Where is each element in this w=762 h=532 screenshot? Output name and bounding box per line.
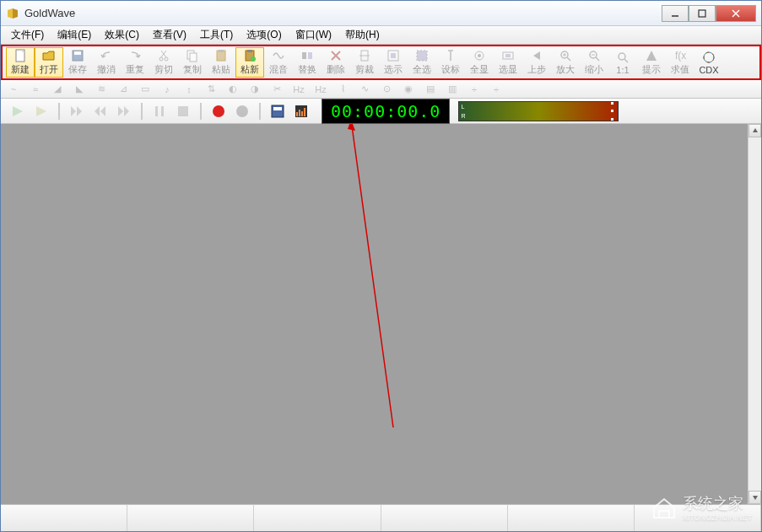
fx-icon: ⊙ [383,83,391,94]
fx-button-3[interactable]: ◣ [72,82,87,97]
svg-rect-62 [296,112,298,116]
fx-button-0[interactable]: ~ [6,82,21,97]
record2-button[interactable] [232,102,252,121]
close-button[interactable] [716,5,756,22]
svg-point-8 [165,57,168,61]
fx-icon: ⌇ [341,83,345,94]
fx-button-22[interactable]: ÷ [489,82,504,97]
fx-button-19[interactable]: ▤ [423,82,438,97]
vertical-scrollbar[interactable] [748,124,761,504]
rewind-button[interactable] [90,102,111,121]
open-button[interactable]: 打开 [35,47,63,78]
selview-button[interactable]: 选示 [379,47,408,78]
play-green-button[interactable] [8,102,28,121]
prev-button[interactable]: 上步 [522,47,551,78]
copy-button[interactable]: 复制 [178,47,207,78]
stop-button[interactable] [173,102,193,121]
replace-button[interactable]: 替换 [293,47,322,78]
menu-window[interactable]: 窗口(W) [289,26,338,44]
fx-icon: Hz [293,84,304,94]
zoom11-button[interactable]: 1:1 [608,47,637,78]
fx-button-10[interactable]: ◐ [225,82,240,97]
trim-button[interactable]: 剪裁 [350,47,379,78]
mix-button[interactable]: 混音 [264,47,293,78]
fx-button-18[interactable]: ◉ [401,82,416,97]
scroll-track[interactable] [748,137,761,491]
zoomin-button[interactable]: 放大 [551,47,580,78]
fast-forward-button[interactable] [67,102,87,121]
paste-button[interactable]: 粘贴 [207,47,235,78]
zoomout-button[interactable]: 缩小 [580,47,608,78]
selall-button[interactable]: 全选 [408,47,436,78]
undo-button[interactable]: 撤消 [92,47,121,78]
pastenew-icon [243,49,257,62]
fx-button-16[interactable]: ∿ [357,82,372,97]
fx-button-11[interactable]: ◑ [247,82,262,97]
eval-button[interactable]: f(x)求值 [666,47,694,78]
zoom11-icon [616,51,630,64]
annotation-arrow [1,124,761,504]
zoomin-icon [559,49,572,62]
pause-button[interactable] [149,102,170,121]
separator [58,103,60,120]
svg-rect-6 [74,51,81,55]
showall-button[interactable]: 全显 [465,47,494,78]
fx-button-5[interactable]: ⊿ [116,82,131,97]
properties-button[interactable] [268,102,288,121]
record-button[interactable] [208,102,229,121]
fx-button-20[interactable]: ▥ [445,82,460,97]
menu-effect[interactable]: 效果(C) [98,26,146,44]
fx-icon: ↕ [186,84,192,94]
visual-button[interactable] [291,102,311,121]
svg-point-58 [236,105,248,117]
save-button[interactable]: 保存 [63,47,92,78]
menu-view[interactable]: 查看(V) [146,26,193,44]
svg-marker-53 [124,106,129,116]
skip-forward-button[interactable] [114,102,134,121]
svg-rect-54 [155,106,158,116]
fx-button-7[interactable]: ♪ [159,82,175,97]
menu-options[interactable]: 选项(O) [240,26,288,44]
fx-button-21[interactable]: ÷ [467,82,482,97]
play-yellow-button[interactable] [31,102,51,121]
pastenew-button[interactable]: 粘新 [235,47,264,78]
fx-button-13[interactable]: Hz [291,82,306,97]
cut-button[interactable]: 剪切 [149,47,178,78]
new-button[interactable]: 新建 [6,47,35,78]
svg-rect-30 [505,54,511,57]
fx-button-8[interactable]: ↕ [181,82,197,97]
menu-tools[interactable]: 工具(T) [193,26,240,44]
hint-icon [645,49,658,62]
toolbar-label: 打开 [40,63,58,76]
fx-button-17[interactable]: ⊙ [379,82,394,97]
selshow-button[interactable]: 选显 [494,47,522,78]
marker-button[interactable]: 设标 [436,47,465,78]
fx-button-2[interactable]: ◢ [50,82,65,97]
scroll-up-button[interactable] [748,124,761,137]
minimize-button[interactable] [662,5,689,22]
hint-button[interactable]: 提示 [637,47,666,78]
fx-button-14[interactable]: Hz [313,82,328,97]
fx-icon: ▭ [141,83,149,94]
fx-icon: ◉ [404,83,413,94]
fx-button-15[interactable]: ⌇ [335,82,350,97]
menu-file[interactable]: 文件(F) [4,26,51,44]
toolbar-label: 剪裁 [355,63,374,76]
status-cell [254,505,381,531]
menu-help[interactable]: 帮助(H) [338,26,386,44]
fx-button-9[interactable]: ⇅ [203,82,219,97]
menu-edit[interactable]: 编辑(E) [51,26,98,44]
fx-icon: Hz [315,84,326,94]
titlebar: GoldWave [1,1,761,26]
delete-button[interactable]: 删除 [322,47,350,78]
fx-button-6[interactable]: ▭ [138,82,153,97]
fx-button-1[interactable]: ≈ [28,82,43,97]
cdx-button[interactable]: CDX [694,47,723,78]
svg-point-57 [213,105,224,117]
toolbar-label: 替换 [298,63,316,76]
svg-marker-46 [13,106,23,116]
fx-button-4[interactable]: ≋ [94,82,109,97]
redo-button[interactable]: 重复 [121,47,149,78]
maximize-button[interactable] [689,5,716,22]
fx-button-12[interactable]: ✂ [269,82,284,97]
